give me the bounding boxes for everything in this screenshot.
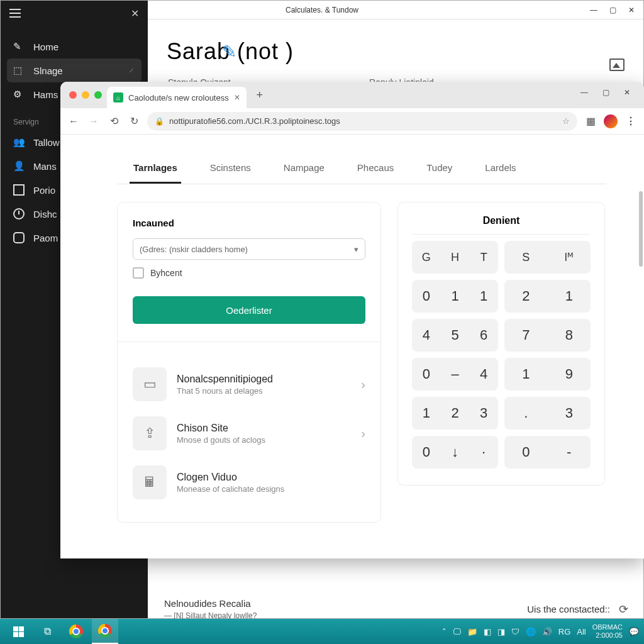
reload-button[interactable]: ⟲ xyxy=(107,114,121,128)
list-item[interactable]: ⇪ Chison Site Mnose d gouts of aclogs › xyxy=(133,409,365,458)
sidebar-item-label: Hams xyxy=(33,89,58,100)
keypad-title: Denient xyxy=(412,215,591,235)
mic-icon xyxy=(13,232,25,243)
camera-icon: ⬚ xyxy=(13,65,25,76)
pad-key[interactable]: 78 xyxy=(504,319,591,352)
kebab-menu-icon[interactable]: ⋮ xyxy=(624,114,638,128)
sidebar-item-label: Slnage xyxy=(33,65,63,76)
square-icon xyxy=(13,184,25,196)
browser-tab[interactable]: ⌂ Caolodute/s new croloutess ✕ xyxy=(107,87,247,108)
traffic-minimize-icon[interactable] xyxy=(82,91,89,99)
forward-button[interactable]: → xyxy=(87,114,101,128)
pad-key[interactable]: 123 xyxy=(412,397,498,430)
pad-key[interactable]: 21 xyxy=(504,280,591,313)
pad-key[interactable]: Slᴹ xyxy=(504,241,591,274)
list-item-sub: Mnose d gouts of aclogs xyxy=(177,435,265,445)
pad-key[interactable]: 456 xyxy=(412,319,498,352)
scrollbar[interactable] xyxy=(639,191,643,267)
pad-key[interactable]: .3 xyxy=(504,397,591,430)
pad-key[interactable]: 0–4 xyxy=(412,358,498,391)
tab-close-icon[interactable]: ✕ xyxy=(234,93,240,102)
bookmark-icon[interactable]: ☆ xyxy=(562,116,570,126)
tray-notification-icon[interactable]: 💬 xyxy=(629,627,639,636)
checkbox-row[interactable]: Byhcent xyxy=(133,267,365,279)
maximize-button[interactable]: ▢ xyxy=(603,1,622,19)
minimize-button[interactable]: — xyxy=(584,1,603,19)
select-dropdown[interactable]: (Gdres: (nskir cladders home) ▾ xyxy=(133,238,365,260)
refresh-icon[interactable]: ⟳ xyxy=(619,602,628,616)
taskview-button[interactable]: ⧉ xyxy=(34,619,60,644)
edit-icon[interactable]: ✎ xyxy=(222,42,237,62)
tray-lang1[interactable]: RG xyxy=(558,627,571,636)
pad-key[interactable]: 0- xyxy=(504,436,591,469)
chevron-right-icon: › xyxy=(361,377,365,392)
tray-lang2[interactable]: All xyxy=(577,627,586,636)
gear-icon: ⚙ xyxy=(13,89,25,100)
taskbar-chrome2[interactable] xyxy=(92,619,118,644)
list-item[interactable]: 🖩 Clogen Viduo Monease of calichate desi… xyxy=(133,458,365,507)
reload-alt-button[interactable]: ↻ xyxy=(127,114,141,128)
bgwin-window-controls: — ▢ ✕ xyxy=(584,1,641,19)
tab-lardels[interactable]: Lardels xyxy=(481,153,519,184)
tray-monitor-icon[interactable]: 🖵 xyxy=(453,627,461,636)
checkbox-label: Byhcent xyxy=(150,268,182,278)
primary-button[interactable]: Oederlister xyxy=(133,296,365,324)
hamburger-icon[interactable] xyxy=(9,9,21,18)
close-icon[interactable]: ✕ xyxy=(131,8,139,19)
address-bar-row: ← → ⟲ ↻ 🔒 nottipuratofie56.com./UCI.R.3.… xyxy=(60,108,644,135)
back-button[interactable]: ← xyxy=(67,114,80,128)
sidebar-item-slnage[interactable]: ⬚ Slnage ⟋ xyxy=(7,58,142,82)
chevron-right-icon: › xyxy=(361,426,365,441)
tab-scinstens[interactable]: Scinstens xyxy=(206,153,255,184)
pad-key[interactable]: 19 xyxy=(504,358,591,391)
bottom-title: Nelnoudides Recalia xyxy=(164,598,257,609)
tab-phecaus[interactable]: Phecaus xyxy=(353,153,397,184)
tray-chevron-icon[interactable]: ˄ xyxy=(442,627,447,636)
tab-nampage[interactable]: Nampage xyxy=(280,153,328,184)
sidebar-item-label: Home xyxy=(33,42,58,52)
pad-key[interactable]: GHT xyxy=(412,241,498,274)
tray-app2-icon[interactable]: ◨ xyxy=(497,627,505,636)
favicon-icon: ⌂ xyxy=(113,92,123,103)
maximize-button[interactable]: ▢ xyxy=(595,86,616,99)
taskbar-chrome1[interactable] xyxy=(63,619,89,644)
address-bar[interactable]: 🔒 nottipuratofie56.com./UCI.R.3.poliptoi… xyxy=(147,112,577,131)
pin-icon: ⟋ xyxy=(128,66,135,75)
traffic-zoom-icon[interactable] xyxy=(94,91,102,99)
tray-app1-icon[interactable]: ◧ xyxy=(484,627,491,636)
tab-tarnlages[interactable]: Tarnlages xyxy=(130,153,181,184)
tray-shield-icon[interactable]: 🛡 xyxy=(511,627,519,636)
pad-key[interactable]: 011 xyxy=(412,280,498,313)
person-icon: 👤 xyxy=(13,160,25,172)
sidebar-item-label: Tallow xyxy=(33,137,60,148)
list-item-title: Chison Site xyxy=(177,423,265,434)
list-item-sub: Monease of calichate designs xyxy=(177,484,284,494)
extension-icon[interactable]: ▦ xyxy=(584,114,597,128)
tray-time: 2:000:05 xyxy=(592,631,623,640)
tray-folder-icon[interactable]: 📁 xyxy=(467,627,477,636)
tray-label: OBRMAC xyxy=(592,623,623,631)
start-button[interactable] xyxy=(5,619,31,644)
select-value: (Gdres: (nskir cladders home) xyxy=(140,245,248,254)
tray-globe-icon[interactable]: 🌐 xyxy=(526,627,536,636)
lock-icon: 🔒 xyxy=(155,117,164,126)
close-button[interactable]: ✕ xyxy=(622,1,641,19)
new-tab-button[interactable]: + xyxy=(252,87,268,103)
close-button[interactable]: ✕ xyxy=(616,86,638,99)
sidebar-top: ✕ xyxy=(1,1,148,26)
image-icon[interactable] xyxy=(609,58,625,71)
profile-avatar[interactable] xyxy=(604,114,618,128)
checkbox-icon[interactable] xyxy=(133,267,144,279)
list-item[interactable]: ▭ Nonalcspennitipioged That 5 nours at d… xyxy=(133,360,365,409)
traffic-lights xyxy=(67,91,102,99)
minimize-button[interactable]: — xyxy=(574,86,595,99)
pad-key[interactable]: 0↓· xyxy=(412,436,498,469)
calculator-icon: 🖩 xyxy=(133,465,167,499)
sidebar-item-home[interactable]: ✎ Home xyxy=(1,35,148,58)
primary-button-label: Oederlister xyxy=(226,305,272,316)
traffic-close-icon[interactable] xyxy=(69,91,77,99)
tray-volume-icon[interactable]: 🔊 xyxy=(542,627,552,636)
clock-icon xyxy=(13,208,25,219)
tab-tudey[interactable]: Tudey xyxy=(423,153,456,184)
tray-clock[interactable]: OBRMAC 2:000:05 xyxy=(592,623,623,640)
